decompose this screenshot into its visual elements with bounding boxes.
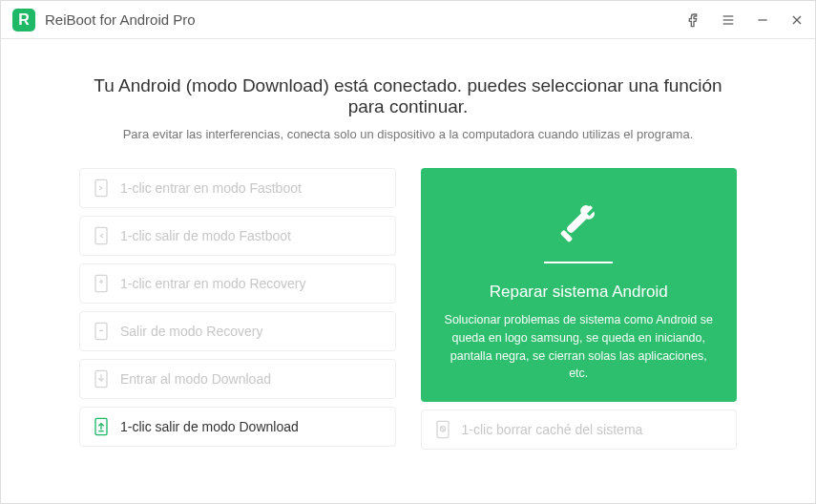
option-enter-download[interactable]: Entrar al modo Download [79, 359, 396, 399]
option-label: 1-clic entrar en modo Recovery [120, 276, 306, 291]
phone-enter-icon [94, 178, 109, 198]
menu-icon[interactable] [720, 11, 737, 29]
option-enter-recovery[interactable]: 1-clic entrar en modo Recovery [79, 263, 396, 304]
option-enter-fastboot[interactable]: 1-clic entrar en modo Fastboot [79, 168, 396, 208]
option-label: 1-clic entrar en modo Fastboot [120, 180, 302, 196]
phone-download-icon [94, 369, 109, 388]
page-subtitle: Para evitar las interferencias, conecta … [79, 127, 737, 141]
svg-line-22 [441, 427, 445, 430]
phone-download-exit-icon [94, 417, 109, 436]
repair-title: Reparar sistema Android [490, 283, 668, 302]
option-label: Salir de modo Recovery [120, 324, 262, 339]
option-exit-fastboot[interactable]: 1-clic salir de modo Fastboot [79, 216, 396, 256]
left-options-column: 1-clic entrar en modo Fastboot 1-clic sa… [79, 168, 396, 450]
option-label: 1-clic salir de modo Download [120, 419, 299, 434]
app-title: ReiBoot for Android Pro [45, 11, 196, 28]
options-grid: 1-clic entrar en modo Fastboot 1-clic sa… [79, 168, 737, 450]
option-label: Entrar al modo Download [120, 371, 271, 387]
option-label: 1-clic borrar caché del sistema [462, 422, 643, 437]
option-exit-recovery[interactable]: Salir de modo Recovery [79, 311, 396, 351]
phone-exit-icon [94, 322, 109, 341]
phone-exit-icon [94, 226, 109, 245]
divider [544, 262, 613, 263]
minimize-icon[interactable] [754, 11, 771, 29]
tools-icon [556, 200, 600, 244]
option-label: 1-clic salir de modo Fastboot [120, 228, 291, 243]
option-clear-cache[interactable]: 1-clic borrar caché del sistema [421, 410, 738, 450]
phone-enter-icon [94, 274, 109, 293]
option-exit-download[interactable]: 1-clic salir de modo Download [79, 407, 396, 447]
right-column: Reparar sistema Android Solucionar probl… [421, 168, 738, 450]
app-window: R ReiBoot for Android Pro Tu Android (mo… [0, 0, 816, 504]
titlebar: R ReiBoot for Android Pro [1, 1, 815, 39]
app-logo-letter: R [18, 11, 30, 29]
page-headline: Tu Android (modo Download) está conectad… [79, 75, 737, 117]
facebook-icon[interactable] [685, 11, 702, 29]
content: Tu Android (modo Download) está conectad… [1, 39, 815, 503]
titlebar-actions [685, 11, 806, 29]
close-icon[interactable] [788, 11, 806, 29]
app-logo: R [12, 9, 35, 32]
phone-clear-icon [435, 420, 450, 439]
repair-system-card[interactable]: Reparar sistema Android Solucionar probl… [421, 168, 738, 402]
repair-description: Solucionar problemas de sistema como And… [442, 311, 717, 383]
